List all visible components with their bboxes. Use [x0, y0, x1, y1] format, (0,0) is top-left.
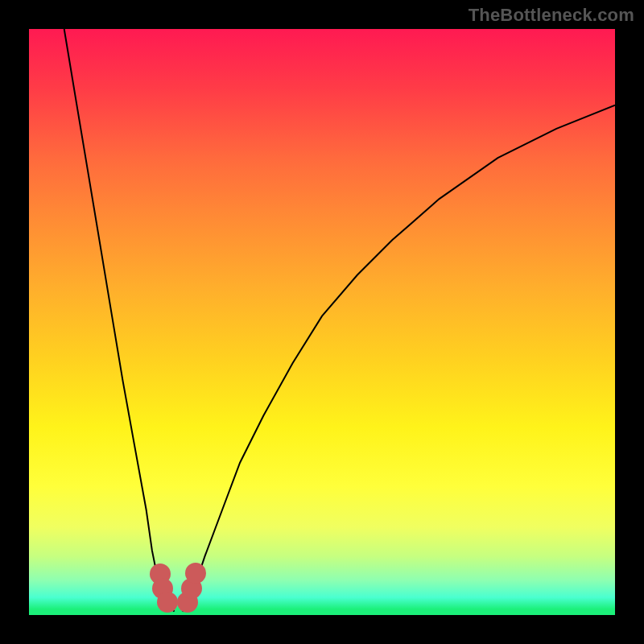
chart-frame: TheBottleneck.com — [0, 0, 644, 644]
markers-layer — [29, 29, 615, 615]
marker-dot — [157, 592, 178, 613]
marker-dot — [185, 563, 206, 584]
watermark-text: TheBottleneck.com — [469, 5, 634, 26]
plot-area — [29, 29, 615, 615]
